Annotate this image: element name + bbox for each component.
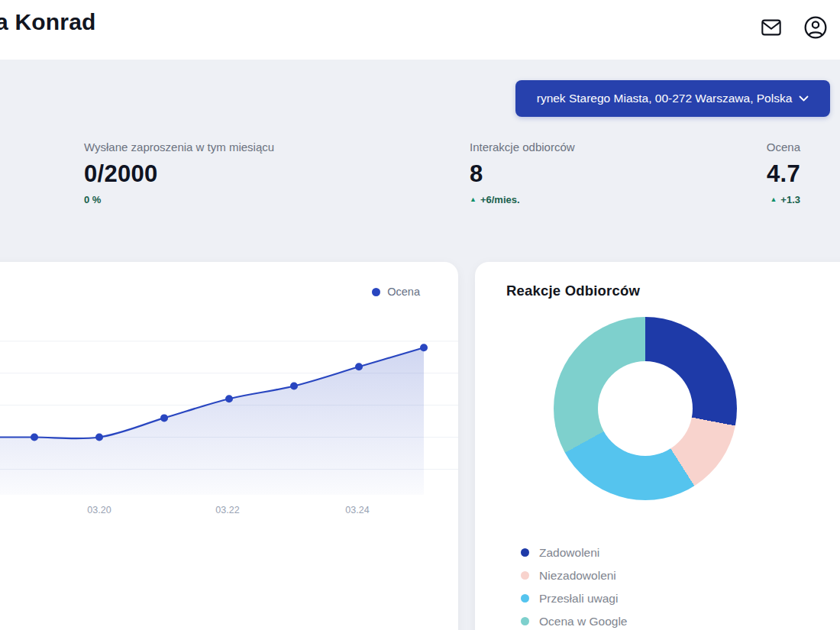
legend-dot-icon xyxy=(521,548,529,557)
trend-up-icon: ▲ xyxy=(770,196,777,203)
donut-legend: Zadowoleni Niezadowoleni Przesłali uwagi… xyxy=(521,545,627,628)
stat-rating-label: Ocena xyxy=(767,141,800,154)
stat-interactions-label: Interakcje odbiorców xyxy=(470,141,575,154)
stat-interactions-delta: ▲ +6/mies. xyxy=(470,194,575,205)
chevron-down-icon xyxy=(799,95,809,102)
legend-item: Ocena w Google xyxy=(521,614,627,628)
legend-dot-icon xyxy=(521,594,529,603)
user-account-icon xyxy=(803,15,828,40)
card-title: Reakcje Odbiorców xyxy=(506,283,640,299)
legend-label: Ocena w Google xyxy=(539,614,627,628)
stat-invites-delta-text: 0 % xyxy=(84,194,101,205)
dashboard-page: a Konrad rynek Starego Miasta, 00-272 Wa… xyxy=(0,0,840,630)
stat-rating-delta: ▲ +1.3 xyxy=(767,194,800,205)
x-axis-tick: 03.22 xyxy=(215,505,239,515)
location-label: rynek Starego Miasta, 00-272 Warszawa, P… xyxy=(537,92,793,105)
account-button[interactable] xyxy=(802,14,829,41)
trend-up-icon: ▲ xyxy=(470,196,477,203)
legend-label: Niezadowoleni xyxy=(539,568,616,583)
header-actions xyxy=(759,14,829,41)
rating-trend-card: Ocena 03.20 03.22 03.24 xyxy=(0,262,458,630)
legend-item: Niezadowoleni xyxy=(521,568,627,583)
reactions-card: Reakcje Odbiorców Zadowoleni Niezadowole… xyxy=(475,262,840,630)
stat-interactions-delta-text: +6/mies. xyxy=(480,194,520,205)
stat-interactions-value: 8 xyxy=(470,160,575,188)
legend-dot-icon xyxy=(521,617,529,625)
messages-button[interactable] xyxy=(759,15,783,40)
legend-dot-icon xyxy=(521,571,529,580)
legend-item: Zadowoleni xyxy=(521,545,627,560)
stat-rating: Ocena 4.7 ▲ +1.3 xyxy=(767,141,800,205)
rating-line-chart xyxy=(0,262,458,522)
reactions-donut-chart xyxy=(554,317,737,500)
page-greeting: a Konrad xyxy=(0,9,96,35)
stat-invites-delta: 0 % xyxy=(84,194,274,205)
legend-label: Przesłali uwagi xyxy=(539,591,618,606)
legend-label: Zadowoleni xyxy=(539,545,599,560)
stat-rating-value: 4.7 xyxy=(767,160,800,188)
x-axis-tick: 03.24 xyxy=(345,505,369,515)
stat-interactions: Interakcje odbiorców 8 ▲ +6/mies. xyxy=(470,141,575,205)
stat-invites-label: Wysłane zaproszenia w tym miesiącu xyxy=(84,141,274,154)
top-bar: a Konrad xyxy=(0,0,840,60)
stat-invites-value: 0/2000 xyxy=(84,160,274,188)
stat-rating-delta-text: +1.3 xyxy=(780,194,800,205)
mail-icon xyxy=(761,17,782,38)
location-selector[interactable]: rynek Starego Miasta, 00-272 Warszawa, P… xyxy=(515,80,830,117)
x-axis-tick: 03.20 xyxy=(87,505,111,515)
legend-item: Przesłali uwagi xyxy=(521,591,627,606)
stat-invites: Wysłane zaproszenia w tym miesiącu 0/200… xyxy=(84,141,274,205)
